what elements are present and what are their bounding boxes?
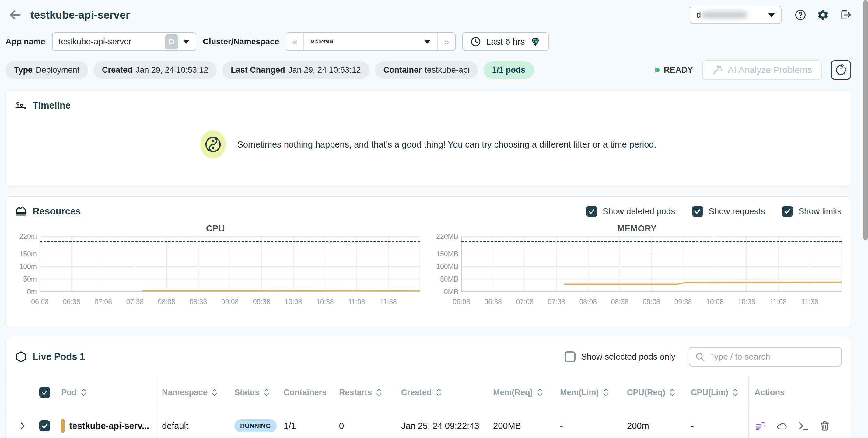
- trash-icon[interactable]: [818, 419, 831, 432]
- logs-ai-icon[interactable]: [754, 419, 767, 432]
- column-header-containers: Containers: [278, 376, 334, 408]
- help-icon[interactable]: [794, 8, 807, 22]
- expand-row-button[interactable]: [6, 408, 39, 438]
- y-axis-labels: 220MB150MB100MB50MB0MB: [432, 236, 461, 292]
- namespace-cell: default: [156, 408, 229, 438]
- x-tick-label: 11:38: [380, 298, 397, 306]
- sort-icon: [436, 388, 442, 397]
- refresh-button[interactable]: [831, 60, 851, 80]
- status-cell: RUNNING: [229, 408, 278, 438]
- checkbox-checked: [39, 387, 50, 398]
- chart-plot-area: [461, 236, 841, 292]
- x-tick-label: 11:08: [348, 298, 365, 306]
- column-header-status[interactable]: Status: [229, 376, 278, 408]
- column-header-created[interactable]: Created: [396, 376, 488, 408]
- meta-chip: CreatedJan 29, 24 10:53:12: [93, 62, 217, 79]
- timeline-section: Timeline Sometimes nothing happens, and …: [5, 91, 851, 187]
- x-tick-label: 08:38: [190, 298, 207, 306]
- toggle-label: Show requests: [709, 206, 765, 216]
- gem-icon: [530, 36, 541, 47]
- y-tick-label: 0m: [27, 288, 37, 296]
- pod-name-cell[interactable]: testkube-api-serv...: [61, 408, 156, 438]
- back-arrow-icon[interactable]: [8, 8, 23, 22]
- x-tick-label: 07:38: [548, 298, 565, 306]
- x-tick-label: 07:38: [126, 298, 144, 306]
- x-tick-label: 09:38: [253, 298, 271, 306]
- terminal-icon[interactable]: [797, 419, 810, 432]
- chip-value: testkube-api: [425, 65, 470, 75]
- column-header-pod[interactable]: Pod: [61, 376, 156, 408]
- column-header-mem_req[interactable]: Mem(Req): [488, 376, 555, 408]
- scrollbar-thumb[interactable]: [863, 0, 868, 240]
- checkbox-unchecked[interactable]: [564, 351, 576, 362]
- pod-name: testkube-api-serv...: [69, 421, 149, 431]
- checkbox-checked[interactable]: [692, 206, 703, 217]
- x-tick-label: 06:08: [453, 298, 470, 306]
- account-dropdown-value: d: [696, 10, 701, 20]
- toggle-show-requests[interactable]: Show requests: [692, 206, 765, 217]
- meta-chips: TypeDeploymentCreatedJan 29, 24 10:53:12…: [5, 62, 534, 79]
- account-dropdown[interactable]: d: [690, 6, 781, 24]
- select-all-checkbox[interactable]: [39, 376, 61, 408]
- x-tick-label: 06:38: [484, 298, 502, 306]
- pods-table: PodNamespaceStatusContainersRestartsCrea…: [6, 376, 851, 438]
- column-header-cpu_lim[interactable]: CPU(Lim): [685, 376, 748, 408]
- x-tick-label: 08:08: [158, 298, 176, 306]
- pods-search: [689, 347, 841, 367]
- chip-label: Last Changed: [231, 65, 285, 75]
- cluster-namespace-label: Cluster/Namespace: [203, 37, 279, 46]
- row-checkbox[interactable]: [39, 408, 61, 438]
- meta-chip: Last ChangedJan 29, 24 10:53:12: [222, 62, 369, 79]
- time-range-button[interactable]: Last 6 hrs: [462, 32, 549, 51]
- column-header-mem_lim[interactable]: Mem(Lim): [555, 376, 621, 408]
- app-name-select[interactable]: testkube-api-server D: [52, 32, 196, 51]
- x-tick-label: 08:38: [611, 298, 629, 306]
- column-header-restarts[interactable]: Restarts: [334, 376, 396, 408]
- toggle-show-limits[interactable]: Show limits: [782, 206, 841, 217]
- x-tick-label: 09:38: [675, 298, 692, 306]
- prev-namespace-button[interactable]: «: [286, 33, 304, 50]
- cluster-namespace-select[interactable]: lab/default: [304, 33, 437, 50]
- request-dashed-line: [461, 241, 841, 242]
- sort-icon: [602, 388, 609, 397]
- expand-column-spacer: [6, 376, 39, 408]
- toggle-show-deleted-pods[interactable]: Show deleted pods: [586, 206, 675, 217]
- x-tick-label: 09:08: [643, 298, 660, 306]
- chip-label: Type: [14, 65, 33, 75]
- column-header-cpu_req[interactable]: CPU(Req): [621, 376, 685, 408]
- x-tick-label: 06:38: [63, 298, 80, 306]
- y-tick-label: 100MB: [436, 263, 458, 271]
- x-axis-labels: 06:0806:3807:0807:3808:0808:3809:0809:38…: [432, 296, 841, 313]
- y-tick-label: 50m: [23, 275, 37, 283]
- sort-icon: [211, 388, 218, 397]
- ai-analyze-button[interactable]: AI Analyze Problems: [702, 60, 822, 80]
- show-selected-pods-label: Show selected pods only: [581, 352, 675, 362]
- pod-color-bar: [61, 419, 64, 433]
- pods-search-input[interactable]: [709, 352, 835, 362]
- cpu-lim-cell: -: [685, 408, 748, 438]
- pod-row: testkube-api-serv...defaultRUNNING1/10Ja…: [6, 408, 851, 438]
- x-tick-label: 10:38: [316, 298, 334, 306]
- status-badge: RUNNING: [234, 419, 277, 432]
- clock-icon: [470, 36, 481, 47]
- created-cell: Jan 25, 24 09:22:43: [396, 408, 488, 438]
- column-label: Restarts: [339, 388, 372, 397]
- settings-icon[interactable]: [816, 8, 830, 22]
- chevron-right-icon: [6, 408, 39, 438]
- cloud-icon[interactable]: [776, 419, 788, 432]
- chip-label: Container: [383, 65, 422, 75]
- checkbox-checked[interactable]: [782, 206, 793, 217]
- column-header-namespace[interactable]: Namespace: [156, 376, 229, 408]
- sort-icon: [669, 388, 676, 397]
- chip-label: Created: [102, 65, 133, 75]
- chip-value: Jan 29, 24 10:53:12: [288, 65, 361, 75]
- column-label: Actions: [754, 388, 785, 397]
- show-selected-pods-toggle[interactable]: Show selected pods only: [564, 351, 675, 362]
- next-namespace-button[interactable]: »: [437, 33, 455, 50]
- deployment-badge: D: [165, 34, 178, 49]
- logout-icon[interactable]: [839, 8, 852, 22]
- x-tick-label: 10:08: [285, 298, 302, 306]
- x-tick-label: 11:38: [801, 298, 818, 306]
- checkbox-checked[interactable]: [586, 206, 597, 217]
- sort-icon: [263, 388, 270, 397]
